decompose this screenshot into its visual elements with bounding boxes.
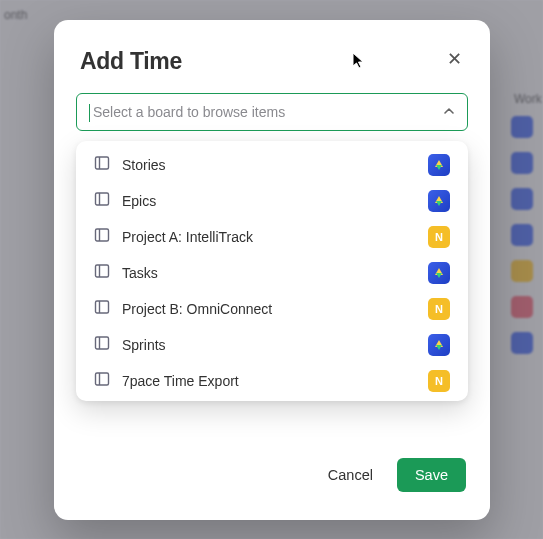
board-option-label: Tasks [122, 265, 416, 281]
board-icon [94, 371, 110, 391]
board-icon [94, 263, 110, 283]
modal-title: Add Time [80, 48, 182, 75]
add-time-modal: Add Time ✕ Select a board to browse item… [54, 20, 490, 520]
svg-rect-2 [96, 193, 109, 205]
close-button[interactable]: ✕ [445, 48, 464, 70]
board-icon [94, 227, 110, 247]
modal-header: Add Time ✕ [54, 20, 490, 89]
svg-rect-10 [96, 337, 109, 349]
board-option[interactable]: Stories [76, 147, 468, 183]
modal-footer: Cancel Save [54, 440, 490, 520]
board-icon [94, 155, 110, 175]
board-option[interactable]: 7pace Time ExportN [76, 363, 468, 399]
save-button[interactable]: Save [397, 458, 466, 492]
text-caret [89, 104, 90, 122]
board-option-label: 7pace Time Export [122, 373, 416, 389]
board-option[interactable]: Epics [76, 183, 468, 219]
svg-rect-0 [96, 157, 109, 169]
board-option-label: Epics [122, 193, 416, 209]
chevron-up-icon[interactable] [443, 103, 455, 121]
board-option[interactable]: Project B: OmniConnectN [76, 291, 468, 327]
board-select[interactable]: Select a board to browse items [76, 93, 468, 131]
board-option[interactable]: Sprints [76, 327, 468, 363]
board-option-label: Stories [122, 157, 416, 173]
svg-rect-6 [96, 265, 109, 277]
svg-rect-4 [96, 229, 109, 241]
app-icon-blue [428, 334, 450, 356]
board-icon [94, 335, 110, 355]
svg-rect-8 [96, 301, 109, 313]
svg-rect-12 [96, 373, 109, 385]
board-option-label: Project B: OmniConnect [122, 301, 416, 317]
board-icon [94, 299, 110, 319]
board-option-label: Project A: IntelliTrack [122, 229, 416, 245]
app-icon-yellow: N [428, 226, 450, 248]
board-icon [94, 191, 110, 211]
app-icon-yellow: N [428, 370, 450, 392]
select-placeholder: Select a board to browse items [93, 104, 443, 120]
cancel-button[interactable]: Cancel [322, 459, 379, 491]
app-icon-blue [428, 262, 450, 284]
board-option-label: Sprints [122, 337, 416, 353]
app-icon-yellow: N [428, 298, 450, 320]
board-dropdown: StoriesEpicsProject A: IntelliTrackNTask… [76, 141, 468, 401]
app-icon-blue [428, 190, 450, 212]
app-icon-blue [428, 154, 450, 176]
board-option[interactable]: Project A: IntelliTrackN [76, 219, 468, 255]
board-option[interactable]: Tasks [76, 255, 468, 291]
